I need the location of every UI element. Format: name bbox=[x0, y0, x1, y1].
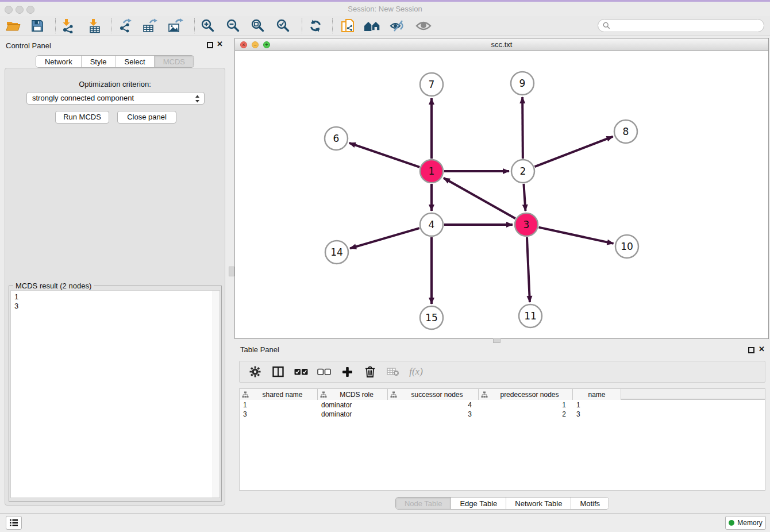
table-cell[interactable]: 2 bbox=[479, 410, 573, 419]
run-mcds-button[interactable]: Run MCDS bbox=[55, 111, 109, 124]
graph-edge-3-11[interactable] bbox=[527, 237, 530, 302]
search-field[interactable] bbox=[598, 19, 764, 32]
export-network-button[interactable] bbox=[114, 18, 136, 34]
table-cell[interactable]: dominator bbox=[318, 410, 388, 419]
open-session-button[interactable] bbox=[2, 18, 24, 34]
graph-edge-3-1[interactable] bbox=[444, 178, 515, 218]
function-builder-button: f(x) bbox=[409, 364, 424, 379]
column-header-MCDS-role[interactable]: MCDS role bbox=[318, 389, 388, 400]
tab-motifs[interactable]: Motifs bbox=[571, 498, 609, 509]
svg-text:14: 14 bbox=[330, 246, 343, 258]
select-all-button[interactable] bbox=[294, 364, 309, 379]
graph-node-1[interactable]: 1 bbox=[420, 160, 443, 183]
table-panel-tabs: Node TableEdge TableNetwork TableMotifs bbox=[234, 497, 770, 510]
graph-node-10[interactable]: 10 bbox=[615, 235, 638, 258]
deselect-all-button[interactable] bbox=[317, 364, 332, 379]
zoom-fit-icon bbox=[251, 18, 265, 33]
save-session-button[interactable] bbox=[26, 18, 48, 34]
column-header-name[interactable]: name bbox=[573, 389, 621, 400]
zoom-fit-button[interactable] bbox=[247, 18, 269, 34]
graph-edge-2-9[interactable] bbox=[522, 97, 523, 159]
table-cell[interactable]: 3 bbox=[573, 410, 621, 419]
export-image-button[interactable] bbox=[164, 18, 186, 34]
toolbar-separator bbox=[332, 18, 333, 33]
mcds-result-textarea[interactable]: 1 3 bbox=[10, 290, 220, 498]
eye-icon bbox=[415, 20, 432, 32]
memory-button[interactable]: Memory bbox=[725, 516, 766, 530]
graph-node-6[interactable]: 6 bbox=[325, 127, 348, 150]
tab-edge-table[interactable]: Edge Table bbox=[451, 498, 506, 509]
hide-details-button[interactable] bbox=[387, 18, 409, 34]
table-row[interactable]: 1dominator411 bbox=[240, 401, 765, 410]
table-toolbar: f(x) bbox=[239, 361, 765, 383]
graph-node-7[interactable]: 7 bbox=[420, 73, 443, 96]
table-cell[interactable]: 1 bbox=[240, 401, 318, 410]
graph-node-9[interactable]: 9 bbox=[511, 72, 534, 95]
graph-edge-2-8[interactable] bbox=[535, 137, 613, 167]
add-row-button[interactable] bbox=[340, 364, 355, 379]
tab-select[interactable]: Select bbox=[116, 56, 154, 67]
zoom-out-button[interactable] bbox=[222, 18, 244, 34]
svg-text:10: 10 bbox=[621, 241, 633, 252]
tab-style[interactable]: Style bbox=[81, 56, 116, 67]
memory-label: Memory bbox=[737, 519, 762, 527]
graph-edge-1-6[interactable] bbox=[349, 143, 419, 167]
import-network-button[interactable] bbox=[57, 18, 79, 34]
network-window-title: scc.txt bbox=[235, 40, 768, 49]
tab-network[interactable]: Network bbox=[36, 56, 81, 67]
delete-row-button[interactable] bbox=[363, 364, 378, 379]
table-header-row: shared nameMCDS rolesuccessor nodesprede… bbox=[240, 389, 765, 400]
float-table-panel-icon[interactable] bbox=[748, 347, 754, 353]
columns-icon bbox=[272, 366, 284, 377]
close-table-panel-icon[interactable]: ✕ bbox=[759, 345, 765, 353]
graph-node-4[interactable]: 4 bbox=[420, 213, 443, 236]
column-header-shared-name[interactable]: shared name bbox=[240, 389, 318, 400]
zoom-selected-button[interactable] bbox=[272, 18, 294, 34]
table-cell[interactable]: 4 bbox=[388, 401, 479, 410]
close-panel-button[interactable]: Close panel bbox=[117, 111, 176, 124]
show-all-networks-button[interactable] bbox=[361, 18, 383, 34]
table-rows: 1dominator4113dominator323 bbox=[240, 401, 765, 419]
graph-node-11[interactable]: 11 bbox=[519, 304, 542, 327]
svg-text:11: 11 bbox=[524, 310, 537, 322]
zoom-out-icon bbox=[226, 18, 241, 33]
graph-node-14[interactable]: 14 bbox=[325, 241, 348, 264]
table-cell[interactable]: 3 bbox=[240, 410, 318, 419]
network-canvas[interactable]: 1234678910111415 bbox=[235, 51, 768, 338]
horizontal-splitter-handle[interactable] bbox=[493, 338, 500, 343]
show-columns-button[interactable] bbox=[271, 364, 286, 379]
mcds-result-text: 1 3 bbox=[14, 292, 18, 311]
column-header-successor-nodes[interactable]: successor nodes bbox=[388, 389, 479, 400]
task-history-button[interactable] bbox=[6, 516, 22, 530]
refresh-view-button[interactable] bbox=[305, 18, 326, 34]
column-header-predecessor-nodes[interactable]: predecessor nodes bbox=[479, 389, 573, 400]
table-cell[interactable]: 3 bbox=[388, 410, 479, 419]
clone-network-button[interactable] bbox=[337, 18, 359, 34]
graph-edge-3-10[interactable] bbox=[538, 228, 613, 244]
optimization-criterion-select[interactable]: strongly connected component bbox=[26, 92, 205, 105]
export-table-button[interactable] bbox=[139, 18, 161, 34]
network-window-titlebar[interactable]: × – + scc.txt bbox=[235, 38, 768, 51]
search-input[interactable] bbox=[610, 21, 764, 30]
graph-node-15[interactable]: 15 bbox=[420, 306, 443, 329]
tab-network-table[interactable]: Network Table bbox=[506, 498, 571, 509]
table-row[interactable]: 3dominator323 bbox=[240, 410, 765, 419]
column-settings-button[interactable] bbox=[248, 364, 263, 379]
import-table-button[interactable] bbox=[84, 18, 106, 34]
graph-edge-2-3[interactable] bbox=[523, 184, 525, 211]
float-panel-icon[interactable] bbox=[207, 42, 213, 48]
graph-node-3[interactable]: 3 bbox=[515, 213, 538, 236]
tab-mcds[interactable]: MCDS bbox=[154, 56, 194, 67]
graph-node-2[interactable]: 2 bbox=[511, 160, 534, 183]
result-scrollbar[interactable] bbox=[213, 291, 220, 498]
table-cell[interactable]: 1 bbox=[479, 401, 573, 410]
graph-node-8[interactable]: 8 bbox=[614, 120, 637, 143]
show-details-button[interactable] bbox=[413, 18, 434, 34]
graph-edge-4-14[interactable] bbox=[350, 228, 419, 248]
table-cell[interactable]: 1 bbox=[573, 401, 621, 410]
close-panel-icon[interactable]: ✕ bbox=[217, 40, 223, 48]
zoom-in-button[interactable] bbox=[197, 18, 219, 34]
table-cell[interactable]: dominator bbox=[318, 401, 388, 410]
tab-node-table[interactable]: Node Table bbox=[396, 498, 451, 509]
vertical-splitter-handle[interactable] bbox=[229, 267, 234, 276]
